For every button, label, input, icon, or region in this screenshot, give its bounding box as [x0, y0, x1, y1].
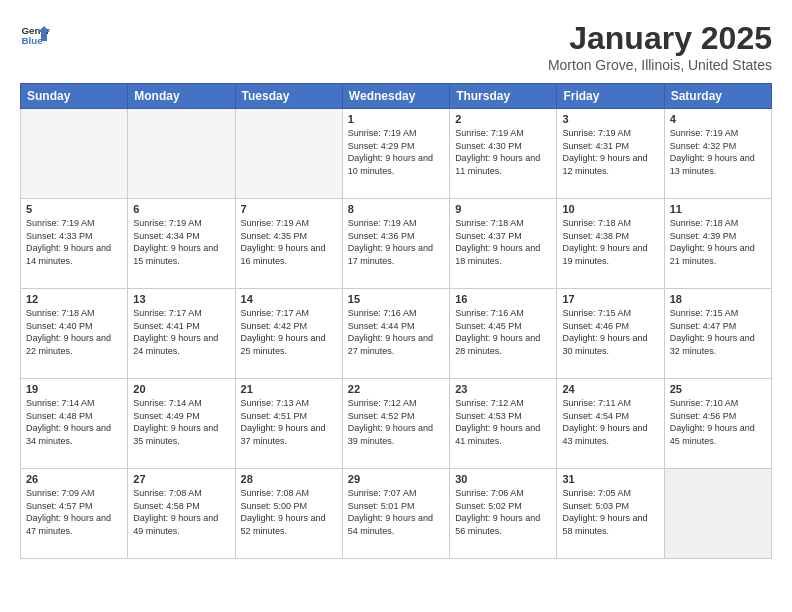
day-number: 3 — [562, 113, 658, 125]
day-number: 16 — [455, 293, 551, 305]
calendar-cell: 18Sunrise: 7:15 AMSunset: 4:47 PMDayligh… — [664, 289, 771, 379]
cell-content: Sunrise: 7:09 AMSunset: 4:57 PMDaylight:… — [26, 487, 122, 537]
cell-content: Sunrise: 7:18 AMSunset: 4:39 PMDaylight:… — [670, 217, 766, 267]
week-row-5: 26Sunrise: 7:09 AMSunset: 4:57 PMDayligh… — [21, 469, 772, 559]
day-number: 11 — [670, 203, 766, 215]
day-number: 29 — [348, 473, 444, 485]
day-number: 25 — [670, 383, 766, 395]
calendar-cell: 5Sunrise: 7:19 AMSunset: 4:33 PMDaylight… — [21, 199, 128, 289]
day-number: 20 — [133, 383, 229, 395]
calendar-cell — [235, 109, 342, 199]
calendar-cell: 28Sunrise: 7:08 AMSunset: 5:00 PMDayligh… — [235, 469, 342, 559]
week-row-1: 1Sunrise: 7:19 AMSunset: 4:29 PMDaylight… — [21, 109, 772, 199]
cell-content: Sunrise: 7:19 AMSunset: 4:32 PMDaylight:… — [670, 127, 766, 177]
cell-content: Sunrise: 7:15 AMSunset: 4:46 PMDaylight:… — [562, 307, 658, 357]
cell-content: Sunrise: 7:16 AMSunset: 4:44 PMDaylight:… — [348, 307, 444, 357]
day-number: 4 — [670, 113, 766, 125]
day-number: 19 — [26, 383, 122, 395]
day-number: 1 — [348, 113, 444, 125]
cell-content: Sunrise: 7:12 AMSunset: 4:52 PMDaylight:… — [348, 397, 444, 447]
calendar-cell: 30Sunrise: 7:06 AMSunset: 5:02 PMDayligh… — [450, 469, 557, 559]
title-area: January 2025 Morton Grove, Illinois, Uni… — [548, 20, 772, 73]
cell-content: Sunrise: 7:18 AMSunset: 4:40 PMDaylight:… — [26, 307, 122, 357]
day-number: 30 — [455, 473, 551, 485]
day-header-saturday: Saturday — [664, 84, 771, 109]
day-number: 7 — [241, 203, 337, 215]
header-row: SundayMondayTuesdayWednesdayThursdayFrid… — [21, 84, 772, 109]
day-number: 23 — [455, 383, 551, 395]
calendar-cell: 10Sunrise: 7:18 AMSunset: 4:38 PMDayligh… — [557, 199, 664, 289]
cell-content: Sunrise: 7:05 AMSunset: 5:03 PMDaylight:… — [562, 487, 658, 537]
cell-content: Sunrise: 7:08 AMSunset: 4:58 PMDaylight:… — [133, 487, 229, 537]
cell-content: Sunrise: 7:11 AMSunset: 4:54 PMDaylight:… — [562, 397, 658, 447]
day-number: 27 — [133, 473, 229, 485]
calendar-cell: 3Sunrise: 7:19 AMSunset: 4:31 PMDaylight… — [557, 109, 664, 199]
calendar-table: SundayMondayTuesdayWednesdayThursdayFrid… — [20, 83, 772, 559]
week-row-3: 12Sunrise: 7:18 AMSunset: 4:40 PMDayligh… — [21, 289, 772, 379]
calendar-cell: 8Sunrise: 7:19 AMSunset: 4:36 PMDaylight… — [342, 199, 449, 289]
day-number: 14 — [241, 293, 337, 305]
calendar-cell: 23Sunrise: 7:12 AMSunset: 4:53 PMDayligh… — [450, 379, 557, 469]
calendar-cell: 13Sunrise: 7:17 AMSunset: 4:41 PMDayligh… — [128, 289, 235, 379]
day-number: 6 — [133, 203, 229, 215]
cell-content: Sunrise: 7:19 AMSunset: 4:36 PMDaylight:… — [348, 217, 444, 267]
calendar-cell: 29Sunrise: 7:07 AMSunset: 5:01 PMDayligh… — [342, 469, 449, 559]
day-header-thursday: Thursday — [450, 84, 557, 109]
calendar-subtitle: Morton Grove, Illinois, United States — [548, 57, 772, 73]
day-header-friday: Friday — [557, 84, 664, 109]
calendar-cell: 31Sunrise: 7:05 AMSunset: 5:03 PMDayligh… — [557, 469, 664, 559]
svg-text:Blue: Blue — [22, 35, 44, 46]
calendar-cell: 11Sunrise: 7:18 AMSunset: 4:39 PMDayligh… — [664, 199, 771, 289]
calendar-cell: 25Sunrise: 7:10 AMSunset: 4:56 PMDayligh… — [664, 379, 771, 469]
cell-content: Sunrise: 7:12 AMSunset: 4:53 PMDaylight:… — [455, 397, 551, 447]
calendar-cell: 24Sunrise: 7:11 AMSunset: 4:54 PMDayligh… — [557, 379, 664, 469]
calendar-cell: 6Sunrise: 7:19 AMSunset: 4:34 PMDaylight… — [128, 199, 235, 289]
calendar-cell: 26Sunrise: 7:09 AMSunset: 4:57 PMDayligh… — [21, 469, 128, 559]
week-row-2: 5Sunrise: 7:19 AMSunset: 4:33 PMDaylight… — [21, 199, 772, 289]
day-number: 21 — [241, 383, 337, 395]
cell-content: Sunrise: 7:19 AMSunset: 4:30 PMDaylight:… — [455, 127, 551, 177]
cell-content: Sunrise: 7:10 AMSunset: 4:56 PMDaylight:… — [670, 397, 766, 447]
calendar-cell: 21Sunrise: 7:13 AMSunset: 4:51 PMDayligh… — [235, 379, 342, 469]
day-number: 10 — [562, 203, 658, 215]
day-number: 15 — [348, 293, 444, 305]
cell-content: Sunrise: 7:08 AMSunset: 5:00 PMDaylight:… — [241, 487, 337, 537]
cell-content: Sunrise: 7:15 AMSunset: 4:47 PMDaylight:… — [670, 307, 766, 357]
day-number: 31 — [562, 473, 658, 485]
day-header-monday: Monday — [128, 84, 235, 109]
calendar-cell: 17Sunrise: 7:15 AMSunset: 4:46 PMDayligh… — [557, 289, 664, 379]
day-number: 22 — [348, 383, 444, 395]
calendar-cell: 27Sunrise: 7:08 AMSunset: 4:58 PMDayligh… — [128, 469, 235, 559]
calendar-cell: 19Sunrise: 7:14 AMSunset: 4:48 PMDayligh… — [21, 379, 128, 469]
calendar-cell — [664, 469, 771, 559]
day-header-wednesday: Wednesday — [342, 84, 449, 109]
cell-content: Sunrise: 7:17 AMSunset: 4:41 PMDaylight:… — [133, 307, 229, 357]
cell-content: Sunrise: 7:13 AMSunset: 4:51 PMDaylight:… — [241, 397, 337, 447]
cell-content: Sunrise: 7:16 AMSunset: 4:45 PMDaylight:… — [455, 307, 551, 357]
week-row-4: 19Sunrise: 7:14 AMSunset: 4:48 PMDayligh… — [21, 379, 772, 469]
calendar-cell: 16Sunrise: 7:16 AMSunset: 4:45 PMDayligh… — [450, 289, 557, 379]
calendar-cell: 1Sunrise: 7:19 AMSunset: 4:29 PMDaylight… — [342, 109, 449, 199]
calendar-cell — [21, 109, 128, 199]
cell-content: Sunrise: 7:18 AMSunset: 4:37 PMDaylight:… — [455, 217, 551, 267]
day-number: 28 — [241, 473, 337, 485]
day-header-tuesday: Tuesday — [235, 84, 342, 109]
day-number: 13 — [133, 293, 229, 305]
day-number: 9 — [455, 203, 551, 215]
cell-content: Sunrise: 7:17 AMSunset: 4:42 PMDaylight:… — [241, 307, 337, 357]
cell-content: Sunrise: 7:18 AMSunset: 4:38 PMDaylight:… — [562, 217, 658, 267]
calendar-cell: 15Sunrise: 7:16 AMSunset: 4:44 PMDayligh… — [342, 289, 449, 379]
cell-content: Sunrise: 7:06 AMSunset: 5:02 PMDaylight:… — [455, 487, 551, 537]
calendar-cell: 14Sunrise: 7:17 AMSunset: 4:42 PMDayligh… — [235, 289, 342, 379]
day-number: 18 — [670, 293, 766, 305]
logo-icon: General Blue — [20, 20, 50, 50]
day-number: 26 — [26, 473, 122, 485]
logo: General Blue — [20, 20, 50, 50]
calendar-cell: 7Sunrise: 7:19 AMSunset: 4:35 PMDaylight… — [235, 199, 342, 289]
calendar-cell: 2Sunrise: 7:19 AMSunset: 4:30 PMDaylight… — [450, 109, 557, 199]
calendar-cell: 4Sunrise: 7:19 AMSunset: 4:32 PMDaylight… — [664, 109, 771, 199]
cell-content: Sunrise: 7:19 AMSunset: 4:33 PMDaylight:… — [26, 217, 122, 267]
calendar-cell: 9Sunrise: 7:18 AMSunset: 4:37 PMDaylight… — [450, 199, 557, 289]
day-number: 24 — [562, 383, 658, 395]
day-number: 2 — [455, 113, 551, 125]
